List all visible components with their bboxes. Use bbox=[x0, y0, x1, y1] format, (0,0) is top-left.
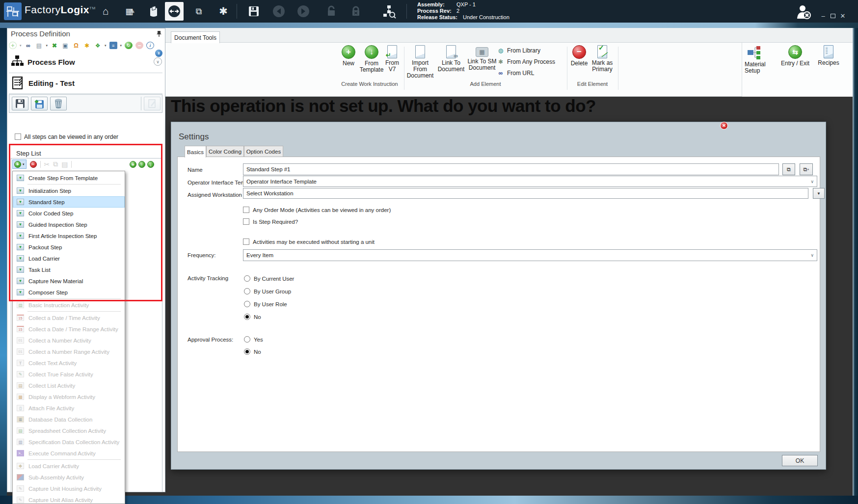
tab-document-tools[interactable]: Document Tools bbox=[171, 31, 220, 43]
paste-step-icon-disabled: ▤ bbox=[61, 160, 68, 168]
dropdown-arrow-icon[interactable]: ▾ bbox=[46, 44, 48, 48]
link-to-sm-document-button[interactable]: ▦ Link To SM Document bbox=[467, 45, 497, 71]
menu-item[interactable]: ▼Task List bbox=[13, 264, 125, 275]
process-audit-icon[interactable] bbox=[382, 4, 397, 18]
globe-icon: ◍ bbox=[497, 47, 504, 54]
radio-by-user-role[interactable] bbox=[244, 301, 250, 307]
menu-item[interactable]: ▼Composer Step bbox=[13, 287, 125, 298]
home-icon[interactable]: ⌂ bbox=[98, 4, 113, 18]
assigned-workstation-select[interactable]: Select Workstation bbox=[243, 188, 808, 199]
move-step-up-button[interactable]: ↑ bbox=[138, 161, 145, 168]
documents-icon[interactable]: ⧉ bbox=[191, 4, 206, 18]
operator-interface-template-select[interactable]: Operator Interface Template ∨ bbox=[243, 176, 817, 187]
menu-item-disabled: TCollect Text Activity bbox=[13, 357, 125, 369]
recipes-button[interactable]: ≡≡≡ Recipes bbox=[815, 45, 842, 66]
menu-item[interactable]: ▼Create Step From Template bbox=[13, 172, 125, 184]
menu-item[interactable]: ▼First Article Inspection Step bbox=[13, 230, 125, 241]
step-icon: ▼ bbox=[17, 233, 24, 239]
save-flow-button[interactable] bbox=[12, 97, 28, 110]
pause-icon[interactable]: ‖ bbox=[155, 50, 162, 57]
process-definition-active-icon[interactable] bbox=[165, 2, 184, 21]
board-icon[interactable]: ▣ bbox=[61, 42, 69, 49]
sm-device-icon: ▦ bbox=[476, 47, 488, 57]
activities-without-unit-checkbox[interactable] bbox=[243, 239, 249, 245]
database-icon[interactable]: ≡ bbox=[109, 42, 117, 49]
mark-as-primary-button[interactable]: ✓／ Mark as Primary bbox=[589, 45, 616, 73]
move-step-down-button[interactable]: ↓ bbox=[147, 161, 154, 168]
delete-element-button[interactable]: − Delete bbox=[568, 45, 590, 67]
radio-tracking-no[interactable] bbox=[244, 314, 250, 320]
is-step-required-checkbox[interactable] bbox=[243, 218, 249, 225]
menu-item[interactable]: ▼Guided Inspection Step bbox=[13, 219, 125, 230]
process-flow-label[interactable]: Process Flow bbox=[27, 58, 75, 66]
menu-item-disabled: ▤Basic Instruction Activity bbox=[13, 299, 125, 311]
dropdown-arrow-icon[interactable]: ▾ bbox=[120, 44, 122, 48]
menu-item-disabled: 15Collect a Date / Time Activity bbox=[13, 312, 125, 323]
tab-basics[interactable]: Basics bbox=[185, 146, 206, 158]
save-icon[interactable] bbox=[246, 4, 261, 18]
zoom-step-button[interactable]: + bbox=[130, 161, 136, 168]
maximize-button[interactable] bbox=[829, 12, 837, 20]
from-any-process-button[interactable]: ✱ From Any Process bbox=[497, 58, 555, 65]
menu-item-disabled: 15Collect a Date / Time Range Activity bbox=[13, 323, 125, 335]
tab-option-codes[interactable]: Option Codes bbox=[244, 146, 283, 157]
import-flow-button[interactable] bbox=[31, 97, 48, 110]
pin-icon[interactable] bbox=[156, 30, 162, 37]
validate-icon[interactable]: ✖ bbox=[51, 42, 58, 49]
ok-button[interactable]: OK bbox=[782, 455, 818, 466]
chevron-down-icon: ∨ bbox=[810, 253, 814, 258]
tab-color-coding[interactable]: Color Coding bbox=[206, 146, 244, 157]
from-v7-button[interactable]: ↵ From V7 bbox=[382, 45, 402, 73]
radio-by-current-user[interactable] bbox=[244, 275, 250, 282]
from-library-button[interactable]: ◍ From Library bbox=[497, 47, 540, 54]
find-icon[interactable]: ∞ bbox=[25, 42, 32, 49]
minimize-button[interactable]: – bbox=[819, 12, 828, 20]
delete-flow-button[interactable] bbox=[50, 97, 67, 110]
export-icon[interactable]: ❖ bbox=[94, 42, 102, 49]
add-disabled-icon: + bbox=[9, 42, 17, 49]
user-logout-icon[interactable] bbox=[795, 4, 812, 20]
menu-item[interactable]: ▼Initialization Step bbox=[13, 185, 125, 196]
settings-gear-icon[interactable]: ✱ bbox=[216, 4, 231, 18]
remove-step-button[interactable]: − bbox=[30, 161, 37, 168]
name-input[interactable] bbox=[243, 163, 779, 175]
menu-item[interactable]: ▼Color Coded Step bbox=[13, 208, 125, 219]
dialog-close-button[interactable]: ✕ bbox=[720, 122, 728, 130]
assigned-workstation-label: Assigned Workstation bbox=[188, 192, 242, 198]
any-order-mode-checkbox[interactable] bbox=[243, 207, 249, 213]
menu-item-selected[interactable]: ▼Standard Step bbox=[13, 196, 125, 208]
material-setup-button[interactable]: Material Setup bbox=[745, 45, 775, 74]
from-template-button[interactable]: ↓ From Template bbox=[358, 45, 385, 73]
copy-name-button[interactable]: ⧉ bbox=[782, 163, 795, 175]
link-to-document-button[interactable]: ∞ Link To Document bbox=[436, 45, 466, 73]
edit-grid-icon[interactable]: ▦✎ bbox=[123, 4, 137, 18]
new-icon: + bbox=[342, 45, 355, 59]
radio-approval-no[interactable] bbox=[244, 348, 250, 355]
gear-icon[interactable]: ✱ bbox=[83, 42, 91, 49]
copy-name-alt-button[interactable]: ⧉+ bbox=[800, 163, 813, 175]
menu-item[interactable]: ▼Capture New Material bbox=[13, 275, 125, 287]
add-step-dropdown-arrow[interactable]: ▾ bbox=[23, 162, 25, 166]
close-button[interactable]: ✕ bbox=[838, 12, 847, 20]
entry-exit-button[interactable]: ⇆ Entry / Exit bbox=[778, 45, 813, 67]
info-icon[interactable]: i bbox=[146, 42, 154, 49]
alert-bell-icon[interactable]: Ω bbox=[72, 42, 80, 49]
titlebar-separator bbox=[237, 4, 237, 19]
menu-item[interactable]: ▼Load Carrier bbox=[13, 253, 125, 264]
radio-by-user-group[interactable] bbox=[244, 288, 250, 294]
add-step-button[interactable]: + ▾ bbox=[12, 159, 27, 169]
radio-approval-yes[interactable] bbox=[244, 336, 250, 343]
calendar-icon: 15 bbox=[17, 315, 24, 321]
any-order-checkbox[interactable] bbox=[15, 133, 21, 140]
from-url-button[interactable]: ∞ From URL bbox=[497, 70, 534, 77]
menu-item[interactable]: ▼Packout Step bbox=[13, 241, 125, 253]
refresh-icon[interactable]: ↻ bbox=[125, 42, 133, 49]
dropdown-arrow-icon[interactable]: ▾ bbox=[105, 44, 107, 48]
new-document-button[interactable]: + New bbox=[337, 45, 360, 67]
import-from-document-button[interactable]: Import From Document bbox=[405, 45, 435, 79]
materials-bin-icon[interactable] bbox=[146, 4, 161, 18]
frequency-select[interactable]: Every Item ∨ bbox=[243, 249, 817, 261]
expand-process-flow-icon[interactable]: ∨ bbox=[154, 57, 162, 66]
print-icon[interactable]: ▤ bbox=[35, 42, 43, 49]
assigned-workstation-dropdown-button[interactable]: ▼ bbox=[813, 188, 825, 199]
